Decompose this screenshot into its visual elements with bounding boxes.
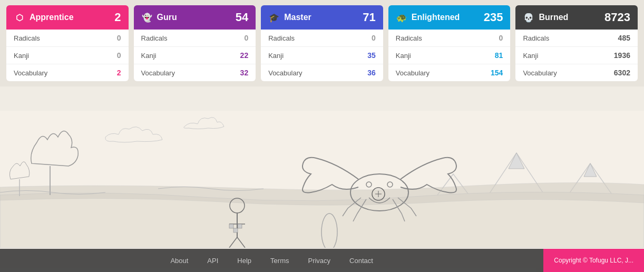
apprentice-icon: ⬡ [14, 12, 25, 23]
master-radicals-label: Radicals [268, 34, 295, 42]
footer-link-api[interactable]: API [198, 249, 228, 272]
master-title: Master [284, 13, 311, 22]
apprentice-row-kanji: Kanji 0 [6, 47, 129, 64]
burned-header[interactable]: 💀 Burned 8723 [515, 5, 638, 30]
guru-icon: 👻 [141, 12, 153, 23]
footer-link-privacy[interactable]: Privacy [298, 249, 340, 272]
enlightened-count: 235 [484, 11, 503, 24]
enlightened-title: Enlightened [412, 13, 460, 22]
apprentice-kanji-label: Kanji [14, 52, 29, 60]
stat-card-burned: 💀 Burned 8723 Radicals 485 Kanji 1936 Vo… [515, 5, 638, 81]
guru-header[interactable]: 👻 Guru 54 [134, 5, 256, 30]
enlightened-radicals-label: Radicals [396, 34, 422, 42]
enlightened-vocabulary-label: Vocabulary [396, 69, 430, 77]
master-kanji-value: 35 [367, 51, 376, 60]
master-radicals-value: 0 [372, 34, 376, 42]
apprentice-count: 2 [114, 11, 121, 24]
svg-rect-9 [233, 228, 238, 232]
enlightened-row-kanji: Kanji 81 [388, 47, 511, 64]
master-vocabulary-label: Vocabulary [268, 69, 302, 77]
master-row-vocabulary: Vocabulary 36 [261, 64, 383, 81]
master-header[interactable]: 🎓 Master 71 [261, 5, 383, 30]
stat-card-apprentice: ⬡ Apprentice 2 Radicals 0 Kanji 0 Vocabu… [6, 5, 129, 81]
guru-radicals-value: 0 [244, 34, 248, 42]
footer-link-contact[interactable]: Contact [340, 249, 383, 272]
enlightened-row-radicals: Radicals 0 [388, 30, 511, 47]
enlightened-label-group: 🐢 Enlightened [396, 12, 460, 23]
enlightened-header[interactable]: 🐢 Enlightened 235 [388, 5, 511, 30]
enlightened-kanji-label: Kanji [396, 52, 411, 60]
enlightened-kanji-value: 81 [495, 51, 503, 60]
burned-radicals-label: Radicals [523, 34, 549, 42]
burned-row-kanji: Kanji 1936 [515, 47, 638, 64]
guru-kanji-value: 22 [240, 51, 249, 60]
guru-kanji-label: Kanji [141, 52, 157, 60]
apprentice-title: Apprentice [30, 13, 74, 22]
footer: AboutAPIHelpTermsPrivacyContact Copyrigh… [0, 249, 644, 272]
footer-link-terms[interactable]: Terms [261, 249, 298, 272]
guru-row-vocabulary: Vocabulary 32 [134, 64, 256, 81]
footer-copyright: Copyright © Tofugu LLC, J... [543, 249, 644, 272]
svg-rect-8 [229, 224, 233, 228]
burned-count: 8723 [604, 11, 630, 24]
master-row-radicals: Radicals 0 [261, 30, 383, 47]
apprentice-radicals-value: 0 [117, 34, 121, 42]
guru-vocabulary-value: 32 [240, 69, 249, 77]
apprentice-vocabulary-value: 2 [117, 69, 121, 77]
apprentice-radicals-label: Radicals [14, 34, 40, 42]
burned-icon: 💀 [523, 12, 534, 23]
apprentice-body: Radicals 0 Kanji 0 Vocabulary 2 [6, 30, 129, 81]
guru-title: Guru [157, 13, 177, 22]
burned-vocabulary-value: 6302 [614, 69, 630, 77]
guru-label-group: 👻 Guru [141, 12, 177, 23]
burned-kanji-label: Kanji [523, 52, 538, 60]
burned-row-vocabulary: Vocabulary 6302 [515, 64, 638, 81]
apprentice-header[interactable]: ⬡ Apprentice 2 [6, 5, 129, 30]
guru-radicals-label: Radicals [141, 34, 168, 42]
guru-count: 54 [236, 11, 248, 24]
footer-link-about[interactable]: About [161, 249, 198, 272]
apprentice-kanji-value: 0 [117, 51, 121, 60]
enlightened-radicals-value: 0 [499, 34, 503, 42]
burned-radicals-value: 485 [618, 34, 630, 42]
apprentice-label-group: ⬡ Apprentice [14, 12, 74, 23]
master-label-group: 🎓 Master [268, 12, 311, 23]
svg-rect-10 [238, 224, 242, 228]
burned-row-radicals: Radicals 485 [515, 30, 638, 47]
guru-body: Radicals 0 Kanji 22 Vocabulary 32 [134, 30, 256, 81]
guru-row-radicals: Radicals 0 [134, 30, 256, 47]
enlightened-vocabulary-value: 154 [491, 69, 503, 77]
stat-card-enlightened: 🐢 Enlightened 235 Radicals 0 Kanji 81 Vo… [388, 5, 511, 81]
master-body: Radicals 0 Kanji 35 Vocabulary 36 [261, 30, 383, 81]
apprentice-row-radicals: Radicals 0 [6, 30, 129, 47]
master-icon: 🎓 [268, 12, 280, 23]
master-count: 71 [363, 11, 375, 24]
footer-nav: AboutAPIHelpTermsPrivacyContact [0, 249, 543, 272]
burned-vocabulary-label: Vocabulary [523, 69, 557, 77]
guru-row-kanji: Kanji 22 [134, 47, 256, 64]
apprentice-vocabulary-label: Vocabulary [14, 69, 47, 77]
footer-link-help[interactable]: Help [228, 249, 261, 272]
burned-kanji-value: 1936 [614, 51, 630, 60]
burned-label-group: 💀 Burned [523, 12, 568, 23]
guru-vocabulary-label: Vocabulary [141, 69, 175, 77]
enlightened-body: Radicals 0 Kanji 81 Vocabulary 154 [388, 30, 511, 81]
enlightened-row-vocabulary: Vocabulary 154 [388, 64, 511, 81]
stats-bar: ⬡ Apprentice 2 Radicals 0 Kanji 0 Vocabu… [0, 0, 644, 86]
apprentice-row-vocabulary: Vocabulary 2 [6, 64, 129, 81]
enlightened-icon: 🐢 [396, 12, 407, 23]
stat-card-guru: 👻 Guru 54 Radicals 0 Kanji 22 Vocabulary… [134, 5, 256, 81]
master-kanji-label: Kanji [268, 52, 284, 60]
master-row-kanji: Kanji 35 [261, 47, 383, 64]
master-vocabulary-value: 36 [367, 69, 376, 77]
stat-card-master: 🎓 Master 71 Radicals 0 Kanji 35 Vocabula… [261, 5, 383, 81]
burned-body: Radicals 485 Kanji 1936 Vocabulary 6302 [515, 30, 638, 81]
burned-title: Burned [539, 13, 568, 22]
illustration-area [0, 111, 644, 248]
